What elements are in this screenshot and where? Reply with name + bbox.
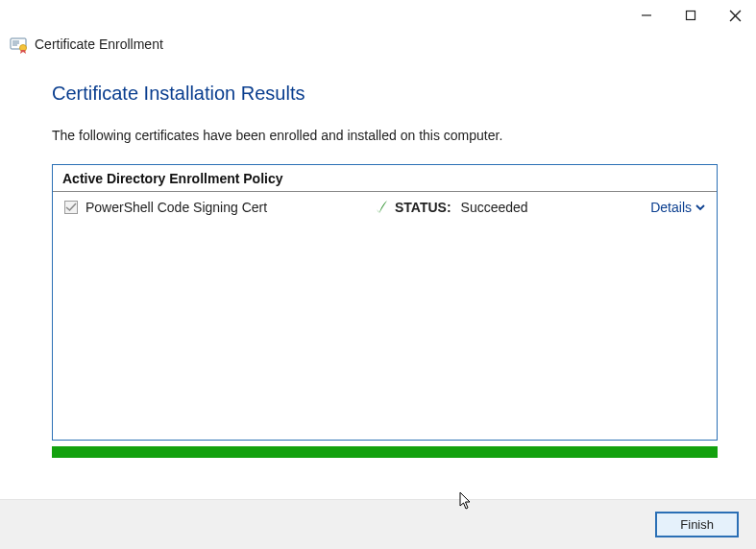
progress-bar xyxy=(52,446,718,458)
svg-rect-1 xyxy=(687,12,695,20)
certificate-icon xyxy=(10,36,27,52)
dialog-footer: Finish xyxy=(0,499,756,549)
details-toggle[interactable]: Details xyxy=(650,200,705,215)
minimize-button[interactable] xyxy=(633,2,660,29)
details-label: Details xyxy=(650,200,692,215)
window-titlebar xyxy=(0,0,756,31)
chevron-down-icon xyxy=(695,200,705,215)
certificate-checkbox[interactable] xyxy=(64,201,78,214)
page-heading: Certificate Installation Results xyxy=(52,83,718,105)
policy-header: Active Directory Enrollment Policy xyxy=(53,165,717,192)
status-value: Succeeded xyxy=(461,200,528,215)
maximize-button[interactable] xyxy=(677,2,704,29)
dialog-header: Certificate Enrollment xyxy=(0,31,756,56)
certificate-status: STATUS: Succeeded xyxy=(374,200,650,215)
finish-button[interactable]: Finish xyxy=(655,512,739,537)
certificate-name: PowerShell Code Signing Cert xyxy=(85,200,374,215)
status-label: STATUS: xyxy=(395,200,451,215)
certificate-row: PowerShell Code Signing Cert STATUS: Suc… xyxy=(53,192,717,215)
page-description: The following certificates have been enr… xyxy=(52,128,718,143)
close-button[interactable] xyxy=(721,2,748,29)
enrollment-policy-box: Active Directory Enrollment Policy Power… xyxy=(52,164,718,441)
checkmark-icon xyxy=(374,200,389,215)
dialog-title: Certificate Enrollment xyxy=(35,36,163,52)
content-area: Certificate Installation Results The fol… xyxy=(0,56,756,458)
